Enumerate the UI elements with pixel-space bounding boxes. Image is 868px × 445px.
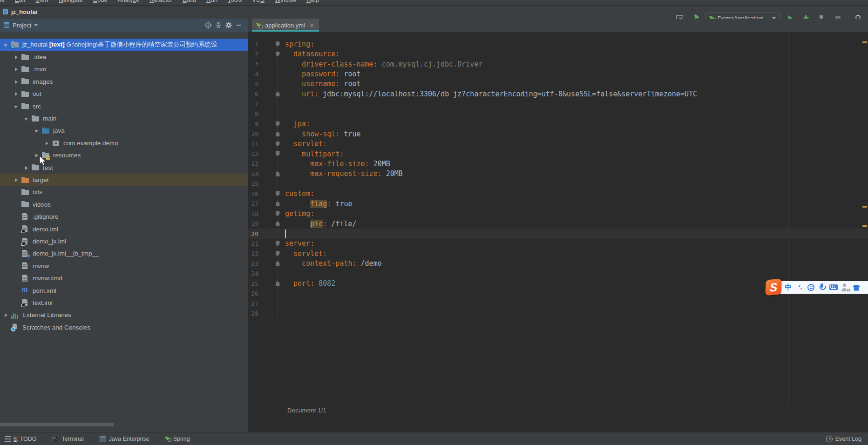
tree-item-pom.xml[interactable]: pom.xml (0, 284, 248, 297)
tree-item-com.example.demo[interactable]: com.example.demo (0, 137, 248, 149)
statusbar-item-todo[interactable]: 6: TODO (5, 436, 37, 442)
code-line-21[interactable]: 21server: (248, 239, 868, 249)
code-line-9[interactable]: 9 jpa: (248, 119, 868, 129)
statusbar-item-terminal[interactable]: Terminal (53, 436, 84, 442)
code-line-10[interactable]: 10 show-sql: true (248, 129, 868, 139)
spring-gutter-marker-icon[interactable] (276, 281, 280, 286)
tree-item-images[interactable]: images (0, 75, 248, 88)
account-icon[interactable]: 21 (841, 283, 849, 291)
code-line-17[interactable]: 17 flag: true (248, 199, 868, 209)
tree-item-text.iml[interactable]: text.iml (0, 297, 248, 309)
spring-gutter-marker-icon[interactable] (276, 201, 280, 206)
menu-window[interactable]: Window (270, 0, 301, 5)
skin-icon[interactable] (853, 285, 860, 291)
code-line-3[interactable]: 3 driver-class-name: com.mysql.cj.jdbc.D… (248, 59, 868, 69)
tree-item-project-root[interactable]: jz_houtai [text] G:\shejiing\基于微信小程序的晴空家… (0, 39, 248, 51)
spring-gutter-marker-icon[interactable] (276, 91, 280, 96)
tree-item-java[interactable]: java (0, 125, 248, 137)
tree-item-txts[interactable]: txts (0, 186, 248, 198)
chevron-expanded-icon[interactable] (34, 130, 38, 133)
code-line-28[interactable]: 28 (248, 309, 868, 318)
menu-refactor[interactable]: Refactor (144, 0, 177, 5)
chevron-expanded-icon[interactable] (4, 44, 7, 47)
chevron-right-icon[interactable] (15, 92, 18, 96)
spring-gutter-marker-icon[interactable] (276, 171, 280, 176)
spring-gutter-marker-icon[interactable] (276, 41, 280, 47)
event-log-button[interactable]: Event Log (826, 436, 861, 442)
tree-item-main[interactable]: main (0, 112, 248, 124)
punctuation-icon[interactable]: °, (796, 283, 804, 291)
spring-gutter-marker-icon[interactable] (276, 211, 280, 216)
tree-item-.gitignore[interactable]: .gitignore (0, 211, 248, 223)
settings-gear-icon[interactable] (224, 20, 234, 30)
menu-run[interactable]: Run (201, 0, 223, 5)
menu-tools[interactable]: Tools (223, 0, 247, 5)
tree-item-.mvn[interactable]: .mvn (0, 63, 248, 75)
tree-item-mvnw[interactable]: mvnw (0, 260, 248, 272)
code-line-2[interactable]: 2 datasource: (248, 49, 868, 59)
chevron-right-icon[interactable] (15, 80, 18, 84)
tree-item-scratches-and-consoles[interactable]: Scratches and Consoles (0, 321, 248, 333)
chevron-expanded-icon[interactable] (14, 106, 18, 108)
code-line-12[interactable]: 12 multipart: (248, 149, 868, 159)
close-tab-icon[interactable]: ✕ (309, 22, 314, 29)
tree-item-external-libraries[interactable]: External Libraries (0, 309, 248, 321)
chevron-right-icon[interactable] (46, 142, 48, 145)
tree-item-out[interactable]: out (0, 88, 248, 100)
code-line-5[interactable]: 5 username: root (248, 79, 868, 89)
keyboard-icon[interactable] (829, 284, 838, 290)
code-line-23[interactable]: 23 context-path: /demo (248, 259, 868, 269)
spring-gutter-marker-icon[interactable] (276, 131, 280, 136)
menu-file[interactable]: File (0, 0, 10, 5)
chevron-expanded-icon[interactable] (24, 118, 28, 121)
chevron-right-icon[interactable] (35, 154, 38, 157)
code-line-4[interactable]: 4 password: root (248, 69, 868, 79)
code-line-19[interactable]: 19 pic: /file/ (248, 219, 868, 229)
highlight-stripe-mark[interactable] (862, 225, 867, 227)
statusbar-item-spring[interactable]: Spring (165, 436, 190, 442)
tree-item-mvnw.cmd[interactable]: mvnw.cmd (0, 272, 248, 284)
code-line-11[interactable]: 11 servlet: (248, 139, 868, 148)
code-line-15[interactable]: 15 (248, 179, 868, 189)
tree-item-test[interactable]: test (0, 162, 248, 174)
chinese-mode-icon[interactable]: 中 (784, 283, 793, 291)
menu-vcs[interactable]: VCS (247, 0, 270, 5)
highlight-stripe-mark[interactable] (862, 206, 867, 208)
tree-item-demo.iml[interactable]: demo.iml (0, 223, 248, 235)
spring-gutter-marker-icon[interactable] (276, 261, 280, 266)
menu-help[interactable]: Help (301, 0, 324, 5)
menu-code[interactable]: Code (88, 0, 113, 5)
statusbar-item-java-enterprise[interactable]: Java Enterprise (100, 436, 149, 442)
tree-item-resources[interactable]: resources (0, 149, 248, 162)
highlight-stripe-mark[interactable] (862, 41, 867, 43)
code-line-14[interactable]: 14 max-request-size: 20MB (248, 169, 868, 179)
chevron-right-icon[interactable] (15, 55, 18, 59)
code-line-27[interactable]: 27 (248, 298, 868, 308)
horizontal-scrollbar[interactable] (0, 423, 114, 426)
tree-item-src[interactable]: src (0, 100, 248, 112)
chevron-right-icon[interactable] (5, 313, 7, 317)
tab-application-yml[interactable]: application.yml ✕ (252, 19, 319, 32)
code-line-6[interactable]: 6 url: jdbc:mysql://localhost:3306/db_jz… (248, 89, 868, 99)
sogou-logo-icon[interactable]: S (765, 279, 781, 296)
code-line-13[interactable]: 13 max-file-size: 20MB (248, 159, 868, 169)
spring-gutter-marker-icon[interactable] (276, 221, 280, 226)
spring-gutter-marker-icon[interactable] (276, 241, 280, 246)
project-panel-title[interactable]: Project (13, 22, 31, 29)
tree-item-videos[interactable]: videos (0, 198, 248, 210)
menu-build[interactable]: Build (177, 0, 201, 5)
menu-analyze[interactable]: Analyze (113, 0, 144, 5)
tree-item-.idea[interactable]: .idea (0, 51, 248, 63)
chevron-right-icon[interactable] (15, 178, 18, 182)
tree-item-target[interactable]: target (0, 174, 248, 186)
tree-item-demo-jx.iml-jb-tmp-[interactable]: ?demo_jx.iml__jb_tmp__ (0, 248, 248, 260)
code-line-22[interactable]: 22 servlet: (248, 249, 868, 258)
spring-gutter-marker-icon[interactable] (276, 52, 280, 57)
code-line-24[interactable]: 24 (248, 269, 868, 278)
spring-gutter-marker-icon[interactable] (276, 121, 280, 127)
spring-gutter-marker-icon[interactable] (276, 151, 280, 156)
breadcrumb[interactable]: Document 1/1 (287, 407, 326, 414)
code-line-16[interactable]: 16custom: (248, 189, 868, 199)
tree-item-demo-jx.iml[interactable]: demo_jx.iml (0, 235, 248, 247)
code-area[interactable]: 1spring:2 datasource:3 driver-class-name… (248, 32, 868, 403)
